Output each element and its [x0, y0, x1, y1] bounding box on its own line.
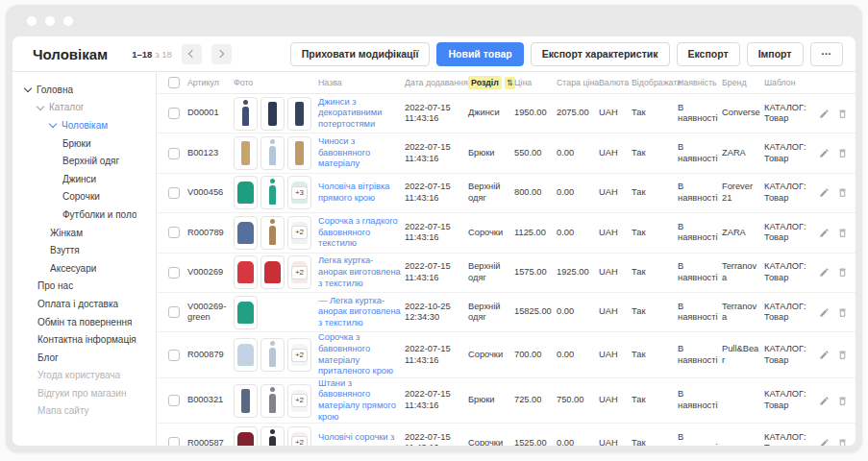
product-photo[interactable] [234, 384, 258, 418]
delete-icon[interactable] [837, 267, 848, 278]
more-photos-tile[interactable]: +2 [287, 338, 311, 372]
sidebar-item-exchange-returns[interactable]: Обмін та повернення [12, 313, 156, 331]
row-checkbox[interactable] [168, 187, 180, 199]
more-photos-tile[interactable]: +2 [287, 216, 311, 250]
product-name-link[interactable]: Штани з бавовняного матеріалу прямого кр… [318, 378, 396, 422]
edit-icon[interactable] [819, 396, 830, 406]
sidebar-item-accessories[interactable]: Аксесуари [12, 259, 156, 278]
row-checkbox[interactable] [168, 306, 180, 318]
product-photo[interactable] [234, 255, 258, 289]
pagination-next-button[interactable] [211, 44, 232, 64]
row-checkbox[interactable] [168, 148, 180, 159]
column-header-price[interactable]: Ціна [514, 78, 553, 87]
sidebar-item-tshirts-polo[interactable]: Футболки и поло [12, 206, 156, 224]
sidebar-item-home[interactable]: Головна [12, 81, 156, 99]
edit-icon[interactable] [819, 228, 830, 238]
sidebar-item-blog[interactable]: Блог [12, 349, 156, 367]
sidebar-item-women[interactable]: Жінкам [12, 224, 156, 242]
sidebar-item-user-agreement[interactable]: Угода користувача [12, 367, 156, 385]
more-photos-tile[interactable]: +3 [287, 176, 311, 209]
edit-icon[interactable] [819, 350, 830, 360]
row-checkbox[interactable] [168, 395, 180, 406]
sidebar-item-shirts[interactable]: Сорочки [12, 188, 156, 206]
edit-icon[interactable] [819, 109, 830, 119]
sidebar-item-outerwear[interactable]: Верхній одяг [12, 152, 156, 170]
column-header-sku[interactable]: Артикул [187, 78, 230, 87]
product-name-link[interactable]: Легка куртка-анорак виготовлена з тексти… [318, 255, 401, 287]
product-name-link[interactable]: Чоловіча вітрівка прямого крою [318, 182, 389, 203]
row-checkbox[interactable] [168, 267, 180, 279]
column-header-photo[interactable]: Фото [234, 78, 314, 87]
product-photo[interactable] [260, 426, 285, 446]
product-photo[interactable] [234, 97, 258, 131]
sidebar-item-payment-delivery[interactable]: Оплата і доставка [12, 295, 156, 313]
sidebar-item-men[interactable]: Чоловікам [12, 116, 156, 134]
product-photo[interactable] [260, 338, 285, 372]
sidebar-item-shoes[interactable]: Взуття [12, 241, 156, 259]
column-header-name[interactable]: Назва [318, 78, 401, 87]
product-photo[interactable] [287, 97, 311, 131]
product-photo[interactable] [234, 136, 258, 170]
more-photos-tile[interactable]: +2 [287, 255, 311, 289]
product-name-link[interactable]: Чиноси з бавовняного матеріалу [318, 136, 370, 168]
pagination-prev-button[interactable] [182, 44, 202, 64]
row-checkbox[interactable] [168, 350, 180, 361]
column-header-template[interactable]: Шаблон [764, 78, 814, 87]
sidebar-item-sitemap[interactable]: Мапа сайту [12, 402, 156, 421]
select-all-checkbox[interactable] [168, 77, 180, 88]
product-photo[interactable] [260, 255, 285, 289]
delete-icon[interactable] [837, 148, 848, 158]
product-photo[interactable] [260, 216, 285, 250]
sidebar-item-jeans[interactable]: Джинси [12, 170, 156, 188]
more-photos-tile[interactable]: +2 [287, 426, 311, 446]
edit-icon[interactable] [819, 148, 830, 158]
column-header-old-price[interactable]: Стара ціна [557, 78, 595, 87]
edit-icon[interactable] [819, 438, 830, 446]
column-header-section[interactable]: Розділ⇅ [468, 76, 510, 89]
sidebar-item-trousers[interactable]: Брюки [12, 134, 156, 153]
product-photo[interactable] [234, 176, 258, 209]
product-name-link[interactable]: Сорочка з гладкого бавовняного текстилю [318, 216, 398, 248]
hide-modifications-button[interactable]: Приховати модифікації [290, 42, 431, 66]
edit-icon[interactable] [819, 307, 830, 318]
more-actions-button[interactable]: ··· [810, 42, 844, 66]
sidebar-item-contact-info[interactable]: Контактна інформація [12, 330, 156, 349]
product-photo[interactable] [234, 426, 258, 446]
delete-icon[interactable] [837, 187, 848, 198]
import-button[interactable]: Імпорт [747, 42, 804, 66]
delete-icon[interactable] [837, 396, 848, 406]
product-name-link[interactable]: Чоловічі сорочки з легкого текстилю [318, 432, 394, 446]
product-name-link[interactable]: Сорочка з бавовняного матеріалу притален… [318, 332, 393, 376]
more-photos-tile[interactable]: +2 [287, 384, 311, 418]
product-photo[interactable] [234, 216, 258, 250]
edit-icon[interactable] [819, 267, 830, 278]
export-characteristics-button[interactable]: Експорт характеристик [531, 42, 670, 66]
product-name-link[interactable]: Джинси з декоративними потертостями [318, 97, 382, 129]
row-checkbox[interactable] [168, 437, 180, 446]
product-photo[interactable] [260, 384, 285, 418]
delete-icon[interactable] [837, 109, 848, 119]
delete-icon[interactable] [837, 350, 848, 360]
product-photo[interactable] [260, 97, 285, 131]
new-product-button[interactable]: Новий товар [436, 42, 523, 66]
sidebar-item-catalog[interactable]: Каталог [12, 99, 156, 117]
column-header-currency[interactable]: Валюта [599, 78, 628, 87]
sidebar-item-store-reviews[interactable]: Відгуки про магазин [12, 384, 156, 402]
product-photo[interactable] [234, 296, 258, 329]
export-button[interactable]: Експорт [677, 42, 740, 66]
delete-icon[interactable] [837, 228, 848, 238]
row-checkbox[interactable] [168, 227, 180, 238]
row-checkbox[interactable] [168, 108, 180, 119]
edit-icon[interactable] [819, 187, 830, 198]
delete-icon[interactable] [837, 438, 848, 446]
product-photo[interactable] [287, 136, 311, 170]
delete-icon[interactable] [837, 307, 848, 318]
product-name-link[interactable]: — Легка куртка-анорак виготовлена з текс… [318, 296, 401, 328]
column-header-display[interactable]: Відображати [632, 78, 674, 87]
sidebar-item-about[interactable]: Про нас [12, 278, 156, 296]
column-header-availability[interactable]: Наявність [678, 78, 718, 87]
product-photo[interactable] [260, 136, 285, 170]
column-header-brand[interactable]: Бренд [722, 78, 760, 87]
product-photo[interactable] [234, 338, 258, 372]
product-photo[interactable] [260, 176, 285, 209]
